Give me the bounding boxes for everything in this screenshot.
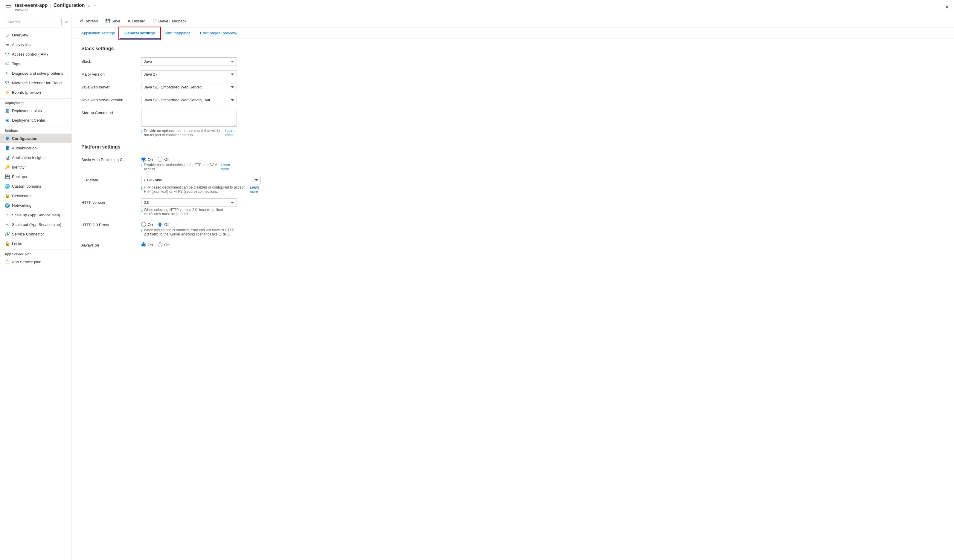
stack-row: Stack Java .NET Node Python: [81, 58, 331, 65]
ftp-learn-more-link[interactable]: Learn more: [250, 185, 261, 194]
basic-auth-learn-more-link[interactable]: Learn more: [221, 163, 237, 171]
defender-icon: 🛡: [5, 80, 9, 85]
sidebar-item-label: Diagnose and solve problems: [12, 71, 63, 76]
sidebar-item-service-connector[interactable]: 🔗 Service Connector: [0, 229, 72, 239]
sidebar-item-label: Events (preview): [12, 90, 41, 95]
sidebar-item-app-service-plan[interactable]: 📋 App Service plan: [0, 257, 72, 266]
sidebar-item-defender[interactable]: 🛡 Microsoft Defender for Cloud: [0, 78, 72, 87]
sidebar-item-application-insights[interactable]: 📊 Application Insights: [0, 153, 72, 162]
search-input[interactable]: [5, 18, 62, 26]
sidebar-item-label: Overview: [12, 33, 28, 37]
sidebar-item-networking[interactable]: 🌍 Networking: [0, 201, 72, 210]
startup-command-control: ℹ Provide an optional startup command th…: [141, 109, 237, 137]
sidebar-item-activity-log[interactable]: ☰ Activity log: [0, 40, 72, 49]
java-web-server-version-row: Java web server version Java SE (Embedde…: [81, 96, 331, 104]
basic-auth-label: Basic Auth Publishing C...: [81, 156, 141, 162]
java-web-server-version-select[interactable]: Java SE (Embedded Web Server) (aut... Ja…: [141, 96, 237, 104]
sidebar-item-overview[interactable]: ⊙ Overview: [0, 30, 72, 40]
stack-select[interactable]: Java .NET Node Python: [141, 58, 237, 65]
basic-auth-off-radio[interactable]: [157, 157, 162, 162]
always-on-off-option[interactable]: Off: [157, 242, 169, 247]
tab-application-settings[interactable]: Application settings: [76, 28, 120, 39]
sidebar-item-scale-out[interactable]: ↔ Scale out (App Service plan): [0, 219, 72, 229]
sidebar-item-configuration[interactable]: ⚙ Configuration: [0, 134, 72, 143]
stack-settings-title: Stack settings: [81, 46, 331, 51]
always-on-off-label: Off: [164, 243, 169, 247]
sidebar-item-backups[interactable]: 💾 Backups: [0, 172, 72, 181]
sidebar-item-certificates[interactable]: 🔒 Certificates: [0, 191, 72, 201]
networking-icon: 🌍: [5, 203, 9, 208]
locks-icon: 🔒: [5, 241, 9, 246]
ftp-state-row: FTP state FTPS only All allowed Disabled…: [81, 176, 331, 194]
tab-error-pages[interactable]: Error pages (preview): [195, 28, 242, 39]
feedback-button[interactable]: ♡ Leave Feedback: [150, 17, 189, 25]
sidebar-item-label: Activity log: [12, 42, 31, 47]
custom-domains-icon: 🌐: [5, 184, 9, 188]
scale-up-icon: ↑: [5, 213, 9, 217]
basic-auth-hint: ℹ Disable basic authentication for FTP a…: [141, 163, 237, 171]
sidebar-item-label: Certificates: [12, 194, 31, 198]
sidebar-item-deployment-slots[interactable]: ▦ Deployment slots: [0, 106, 72, 115]
basic-auth-control: On Off ℹ Disable basic authentication fo…: [141, 156, 237, 171]
diagnose-icon: ⚕: [5, 71, 9, 76]
sidebar-item-authentication[interactable]: 👤 Authentication: [0, 143, 72, 153]
tab-path-mappings[interactable]: Path mappings: [160, 28, 195, 39]
basic-auth-row: Basic Auth Publishing C... On Off: [81, 156, 331, 171]
always-on-on-option[interactable]: On: [141, 242, 153, 247]
always-on-row: Always on On Off: [81, 241, 331, 247]
sidebar-item-label: Access control (IAM): [12, 52, 48, 56]
http-version-select[interactable]: 2.0 1.1: [141, 198, 237, 207]
sidebar-item-locks[interactable]: 🔒 Locks: [0, 239, 72, 248]
sidebar-item-scale-up[interactable]: ↑ Scale up (App Service plan): [0, 210, 72, 219]
always-on-off-radio[interactable]: [157, 242, 162, 247]
top-bar-left: test-event-app | Configuration ☆ ··· Web…: [5, 3, 95, 12]
form-content: Stack settings Stack Java .NET Node Pyth…: [72, 39, 341, 260]
tab-general-settings[interactable]: General settings: [120, 28, 160, 39]
sidebar-item-label: Authentication: [12, 146, 36, 150]
sidebar-item-label: App Service plan: [12, 260, 41, 264]
ftp-state-control: FTPS only All allowed Disabled ℹ FTP bas…: [141, 176, 261, 194]
basic-auth-radio-group: On Off: [141, 156, 237, 162]
discard-button[interactable]: ✕ Discard: [125, 17, 148, 25]
hamburger-menu[interactable]: [5, 4, 12, 11]
always-on-on-radio[interactable]: [141, 242, 146, 247]
sidebar-item-label: Networking: [12, 203, 31, 208]
startup-learn-more-link[interactable]: Learn more: [226, 129, 237, 137]
http-proxy-row: HTTP 2.0 Proxy On Off: [81, 221, 331, 236]
feedback-icon: ♡: [153, 19, 156, 23]
top-bar: test-event-app | Configuration ☆ ··· Web…: [0, 0, 954, 14]
content-area: ↺ Refresh 💾 Save ✕ Discard ♡ Leave Feedb…: [72, 14, 954, 560]
tags-icon: 🏷: [5, 61, 9, 66]
http-proxy-off-option[interactable]: Off: [157, 222, 169, 227]
sidebar-item-custom-domains[interactable]: 🌐 Custom domains: [0, 181, 72, 191]
startup-command-textarea[interactable]: [141, 109, 237, 127]
basic-auth-on-radio[interactable]: [141, 157, 146, 162]
sidebar-item-events[interactable]: ⚡ Events (preview): [0, 87, 72, 97]
http-proxy-radio-group: On Off: [141, 221, 237, 227]
http-proxy-on-option[interactable]: On: [141, 222, 153, 227]
sidebar-item-deployment-center[interactable]: ◉ Deployment Center: [0, 115, 72, 125]
sidebar-collapse-icon[interactable]: «: [64, 18, 69, 26]
sidebar-item-access-control[interactable]: 🛡 Access control (IAM): [0, 49, 72, 59]
http-proxy-on-radio[interactable]: [141, 222, 146, 227]
sidebar-item-identity[interactable]: 🔑 Identity: [0, 162, 72, 172]
sidebar-section-deployment: Deployment: [0, 98, 72, 106]
java-web-server-select[interactable]: Java SE (Embedded Web Server) Tomcat JBo…: [141, 83, 237, 91]
refresh-icon: ↺: [80, 19, 83, 23]
http-version-hint: ℹ When selecting HTTP version 2.0, incom…: [141, 208, 237, 216]
http-proxy-off-radio[interactable]: [157, 222, 162, 227]
major-version-select[interactable]: Java 17 Java 11 Java 8: [141, 70, 237, 78]
sidebar-item-diagnose[interactable]: ⚕ Diagnose and solve problems: [0, 68, 72, 78]
star-icon[interactable]: ☆: [87, 3, 91, 8]
basic-auth-on-option[interactable]: On: [141, 157, 153, 162]
http-proxy-hint: ℹ When this setting is enabled, front en…: [141, 228, 237, 236]
ftp-state-select[interactable]: FTPS only All allowed Disabled: [141, 176, 261, 184]
save-button[interactable]: 💾 Save: [102, 17, 123, 25]
refresh-button[interactable]: ↺ Refresh: [76, 17, 101, 25]
basic-auth-off-option[interactable]: Off: [157, 157, 169, 162]
more-icon[interactable]: ···: [94, 3, 95, 8]
sidebar-item-label: Service Connector: [12, 232, 44, 236]
close-button[interactable]: ✕: [945, 4, 949, 11]
ftp-info-icon: ℹ: [141, 185, 143, 190]
sidebar-item-tags[interactable]: 🏷 Tags: [0, 59, 72, 68]
